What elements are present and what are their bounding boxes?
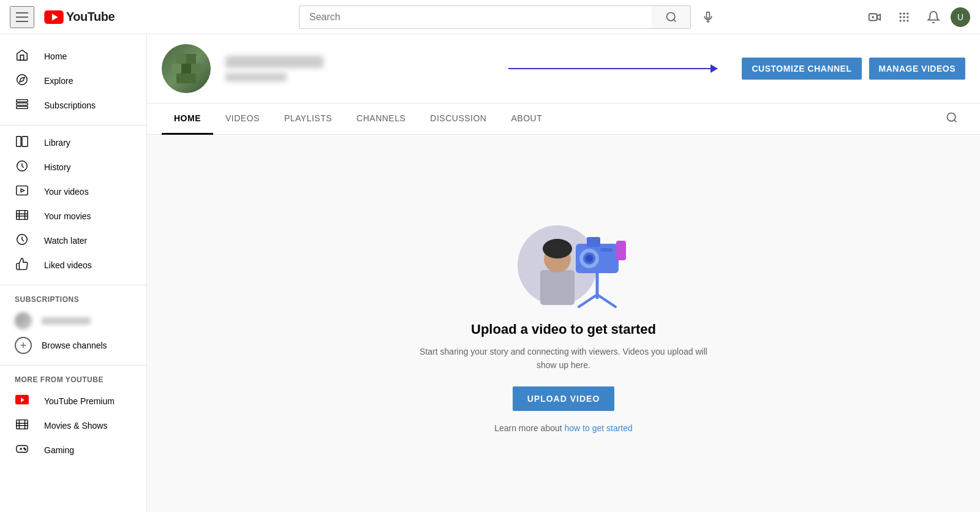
sidebar-item-watch-later[interactable]: Watch later <box>0 228 146 253</box>
sidebar-item-library[interactable]: Library <box>0 130 146 155</box>
svg-point-2 <box>666 12 674 20</box>
explore-icon <box>15 73 29 89</box>
your-videos-icon <box>15 184 29 200</box>
channel-actions: CUSTOMIZE CHANNEL MANAGE VIDEOS <box>742 58 965 80</box>
empty-state-description: Start sharing your story and connecting … <box>417 345 710 372</box>
svg-point-20 <box>17 74 28 85</box>
tab-channels[interactable]: CHANNELS <box>344 104 418 135</box>
channel-details <box>225 56 469 81</box>
sidebar-item-liked-videos-label: Liked videos <box>44 260 92 270</box>
sidebar-item-youtube-premium-label: YouTube Premium <box>44 396 115 406</box>
sidebar-item-gaming[interactable]: Gaming <box>0 438 146 462</box>
how-to-get-started-link[interactable]: how to get started <box>565 423 633 433</box>
header-left: YouTube <box>10 6 157 28</box>
svg-point-17 <box>900 20 902 21</box>
manage-videos-button[interactable]: MANAGE VIDEOS <box>869 58 966 80</box>
sidebar-item-your-movies[interactable]: Your movies <box>0 204 146 228</box>
logo-text: YouTube <box>66 10 115 24</box>
sidebar-item-explore[interactable]: Explore <box>0 69 146 93</box>
sidebar-item-explore-label: Explore <box>44 76 73 86</box>
svg-marker-29 <box>21 189 24 192</box>
browse-channels-label: Browse channels <box>42 341 107 350</box>
channel-info: CUSTOMIZE CHANNEL MANAGE VIDEOS <box>162 44 965 93</box>
sidebar-item-history-label: History <box>44 162 71 172</box>
svg-rect-38 <box>17 420 28 429</box>
svg-rect-30 <box>17 210 28 219</box>
svg-point-54 <box>948 113 956 121</box>
upload-video-button[interactable]: UPLOAD VIDEO <box>513 386 615 411</box>
header-right: U <box>862 5 970 29</box>
menu-button[interactable] <box>10 6 34 28</box>
sidebar: Home Explore <box>0 34 147 512</box>
sidebar-item-home-label: Home <box>44 51 67 61</box>
sidebar-section-main: Home Explore <box>0 42 146 120</box>
library-icon <box>15 135 29 151</box>
home-icon <box>15 48 29 65</box>
svg-point-47 <box>25 449 26 450</box>
sidebar-section-more: MORE FROM YOUTUBE YouTube Premium <box>0 365 146 465</box>
search-button[interactable] <box>652 6 691 29</box>
svg-marker-21 <box>20 77 24 82</box>
sub-channel-name <box>42 317 91 325</box>
gaming-icon <box>15 442 29 459</box>
subscriptions-title: SUBSCRIPTIONS <box>0 290 146 309</box>
create-button[interactable] <box>862 5 887 29</box>
history-icon <box>15 159 29 176</box>
sidebar-item-watch-later-label: Watch later <box>44 236 87 246</box>
channel-search-icon[interactable] <box>938 104 965 134</box>
sidebar-section-subscriptions: SUBSCRIPTIONS + Browse channels <box>0 285 146 360</box>
sidebar-item-liked-videos[interactable]: Liked videos <box>0 253 146 277</box>
svg-rect-23 <box>17 103 28 105</box>
tab-discussion[interactable]: DISCUSSION <box>418 104 499 135</box>
tab-home[interactable]: HOME <box>162 104 213 135</box>
avatar[interactable]: U <box>951 7 970 27</box>
svg-point-16 <box>907 16 908 18</box>
youtube-logo[interactable]: YouTube <box>44 10 115 24</box>
customize-channel-button[interactable]: CUSTOMIZE CHANNEL <box>742 58 861 80</box>
apps-button[interactable] <box>892 5 916 29</box>
svg-rect-28 <box>17 186 28 195</box>
tab-playlists[interactable]: PLAYLISTS <box>272 104 344 135</box>
svg-rect-66 <box>600 248 612 252</box>
svg-rect-50 <box>172 64 181 73</box>
sidebar-item-youtube-premium[interactable]: YouTube Premium <box>0 389 146 413</box>
main-content: CUSTOMIZE CHANNEL MANAGE VIDEOS HOME VID… <box>147 34 980 512</box>
notifications-button[interactable] <box>921 5 946 29</box>
svg-rect-52 <box>191 64 201 73</box>
sidebar-item-gaming-label: Gaming <box>44 445 74 455</box>
learn-more: Learn more about how to get started <box>417 423 710 433</box>
svg-rect-24 <box>17 106 28 108</box>
svg-point-46 <box>24 448 25 449</box>
svg-rect-61 <box>587 237 600 247</box>
tab-about[interactable]: ABOUT <box>499 104 554 135</box>
your-movies-icon <box>15 208 29 225</box>
channel-tabs: HOME VIDEOS PLAYLISTS CHANNELS DISCUSSIO… <box>147 104 980 135</box>
svg-rect-51 <box>181 64 191 73</box>
header: YouTube <box>0 0 980 34</box>
search-input[interactable] <box>299 6 652 29</box>
sidebar-item-movies-shows-label: Movies & Shows <box>44 421 107 431</box>
subscription-item[interactable] <box>0 309 146 333</box>
svg-point-11 <box>900 12 902 14</box>
arrow-area <box>484 68 728 69</box>
sidebar-item-history[interactable]: History <box>0 155 146 179</box>
tab-videos[interactable]: VIDEOS <box>213 104 272 135</box>
sidebar-item-subscriptions[interactable]: Subscriptions <box>0 93 146 118</box>
sidebar-item-library-label: Library <box>44 138 70 148</box>
channel-header: CUSTOMIZE CHANNEL MANAGE VIDEOS <box>147 34 980 104</box>
browse-channels-icon: + <box>15 337 32 354</box>
svg-point-15 <box>903 16 905 18</box>
sidebar-item-movies-shows[interactable]: Movies & Shows <box>0 413 146 438</box>
sub-channel-avatar <box>15 312 32 329</box>
movies-shows-icon <box>15 418 29 434</box>
watch-later-icon <box>15 233 29 249</box>
svg-rect-65 <box>616 241 626 260</box>
arrow-decoration <box>508 68 718 69</box>
mic-button[interactable] <box>696 5 720 29</box>
svg-point-14 <box>900 16 902 18</box>
svg-rect-4 <box>707 12 710 18</box>
sidebar-item-home[interactable]: Home <box>0 44 146 69</box>
channel-subscribers <box>225 73 287 81</box>
sidebar-item-your-videos[interactable]: Your videos <box>0 179 146 204</box>
browse-channels-item[interactable]: + Browse channels <box>0 333 146 358</box>
